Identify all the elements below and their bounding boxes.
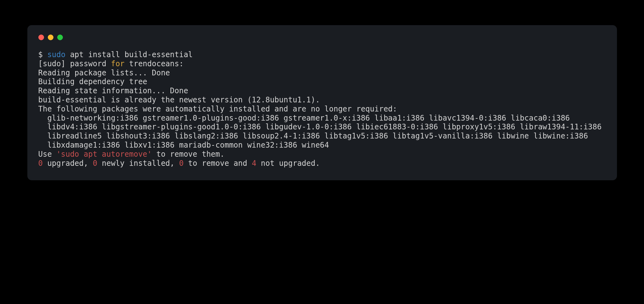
prompt-sudo: sudo [47, 50, 65, 59]
terminal-output: $ sudo apt install build-essential [sudo… [38, 50, 606, 168]
output-line: [sudo] password [38, 59, 111, 68]
minimize-icon[interactable] [48, 35, 53, 40]
output-line: libdv4:i386 libgstreamer-plugins-good1.0… [38, 122, 602, 131]
maximize-icon[interactable] [57, 35, 63, 40]
output-line: The following packages were automaticall… [38, 105, 397, 113]
output-line: build-essential is already the newest ve… [38, 95, 320, 104]
close-icon[interactable] [38, 35, 44, 40]
summary-text: not upgraded. [256, 159, 320, 168]
summary-count: 0 [179, 159, 183, 168]
output-line: to remove them. [152, 150, 225, 159]
output-line: trendoceans: [125, 59, 184, 68]
output-line: glib-networking:i386 gstreamer1.0-plugin… [38, 114, 570, 122]
window-controls [38, 35, 606, 40]
prompt-command: apt install build-essential [65, 50, 193, 59]
terminal-window: $ sudo apt install build-essential [sudo… [27, 25, 617, 180]
output-line: Reading state information... Done [38, 86, 188, 95]
prompt-symbol: $ [38, 50, 47, 59]
output-line: Building dependency tree [38, 77, 147, 86]
summary-count: 0 [38, 159, 43, 168]
keyword-for: for [111, 59, 125, 68]
summary-text: upgraded, [43, 159, 93, 168]
summary-text: to remove and [184, 159, 252, 168]
output-line: libxdamage1:i386 libxv1:i386 mariadb-com… [38, 141, 329, 149]
summary-count: 0 [93, 159, 97, 168]
autoremove-hint: 'sudo apt autoremove' [56, 150, 152, 159]
summary-text: newly installed, [97, 159, 179, 168]
output-line: libreadline5 libshout3:i386 libslang2:i3… [38, 132, 588, 140]
output-line: Use [38, 150, 57, 159]
output-line: Reading package lists... Done [38, 68, 170, 77]
summary-count: 4 [252, 159, 256, 168]
